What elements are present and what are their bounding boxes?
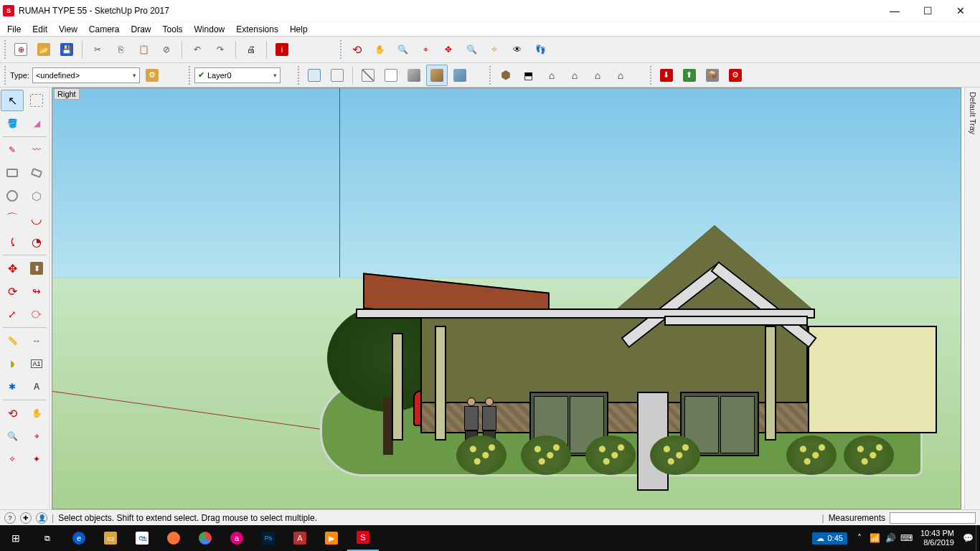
layer-dropdown[interactable]: ✔ Layer0 ▾	[194, 67, 281, 83]
dimension-tool[interactable]: ↔	[25, 330, 48, 352]
zoom-extents-button[interactable]: ✥	[438, 39, 459, 60]
warehouse-share-button[interactable]: ⬆	[679, 65, 700, 86]
look-around-button[interactable]: 👁	[507, 39, 528, 60]
style-monochrome-button[interactable]	[449, 65, 471, 86]
view-top-button[interactable]: ⬒	[518, 65, 540, 86]
axes-tool[interactable]: ✱	[1, 376, 24, 397]
toolbar-grip[interactable]	[189, 66, 192, 85]
zoom-window-button[interactable]: ⌖	[415, 39, 436, 60]
paste-button[interactable]: 📋	[133, 39, 154, 60]
warehouse-components-button[interactable]: 📦	[702, 65, 723, 86]
photoshop-taskbar-icon[interactable]: Ps	[253, 525, 284, 551]
polygon-tool[interactable]: ⬡	[25, 185, 48, 207]
mediaplayer-taskbar-icon[interactable]: ▶	[316, 525, 347, 551]
explorer-taskbar-icon[interactable]: ▭	[95, 525, 126, 551]
action-center-icon[interactable]: 💬	[960, 533, 976, 543]
start-button[interactable]: ⊞	[0, 525, 32, 551]
pan-button[interactable]: ✋	[369, 39, 390, 60]
circle-tool[interactable]	[1, 185, 24, 207]
style-wireframe-button[interactable]	[357, 65, 379, 86]
menu-extensions[interactable]: Extensions	[230, 23, 284, 36]
2point-arc-tool[interactable]: ◡	[25, 208, 48, 230]
style-xray-button[interactable]	[303, 65, 325, 86]
model-info-button[interactable]: i	[271, 39, 293, 60]
make-component-tool[interactable]	[25, 90, 48, 111]
freehand-tool[interactable]: 〰	[25, 139, 48, 161]
menu-draw[interactable]: Draw	[126, 23, 157, 36]
followme-tool[interactable]: ↬	[25, 281, 48, 302]
language-icon[interactable]: ⌨	[899, 533, 915, 543]
3point-arc-tool[interactable]: ⤹	[1, 231, 24, 253]
view-front-button[interactable]: ⌂	[541, 65, 562, 86]
warehouse-get-button[interactable]: ⬇	[656, 65, 677, 86]
arc-tool[interactable]: ⌒	[1, 208, 24, 230]
autocad-taskbar-icon[interactable]: A	[284, 525, 316, 551]
chrome-taskbar-icon[interactable]	[189, 525, 221, 551]
line-tool[interactable]: ✎	[1, 139, 24, 161]
volume-icon[interactable]: 🔊	[883, 533, 899, 543]
orbit-tool[interactable]: ⟲	[1, 402, 24, 424]
3d-text-tool[interactable]: A	[25, 376, 48, 397]
offset-tool[interactable]: ⧂	[25, 303, 48, 325]
geolocation-button[interactable]: ?	[4, 512, 16, 524]
view-back-button[interactable]: ⌂	[587, 65, 608, 86]
taskbar-clock[interactable]: 10:43 PM 8/6/2019	[915, 529, 960, 547]
move-tool[interactable]: ✥	[1, 258, 24, 279]
signin-button[interactable]: 👤	[36, 512, 47, 524]
menu-help[interactable]: Help	[284, 23, 314, 36]
pie-tool[interactable]: ◔	[25, 231, 48, 253]
measurements-input[interactable]	[890, 512, 976, 524]
pan-tool[interactable]: ✋	[25, 402, 48, 424]
erase-button[interactable]: ⊘	[156, 39, 177, 60]
zoom-button[interactable]: 🔍	[392, 39, 413, 60]
firefox-taskbar-icon[interactable]	[158, 525, 189, 551]
view-right-button[interactable]: ⌂	[564, 65, 585, 86]
task-view-button[interactable]: ⧉	[32, 525, 63, 551]
show-desktop-button[interactable]	[976, 525, 980, 551]
wifi-icon[interactable]: 📶	[867, 533, 883, 543]
section-plane-tool[interactable]: ✦	[25, 448, 48, 470]
toolbar-grip[interactable]	[650, 66, 653, 85]
menu-window[interactable]: Window	[189, 23, 231, 36]
select-tool[interactable]: ↖	[1, 90, 24, 111]
style-hiddenline-button[interactable]	[380, 65, 402, 86]
save-file-button[interactable]: 💾	[56, 39, 77, 60]
app-taskbar-icon[interactable]: a	[221, 525, 253, 551]
open-file-button[interactable]: 📂	[33, 39, 55, 60]
sketchup-taskbar-icon[interactable]: S	[347, 525, 379, 551]
copy-button[interactable]: ⎘	[110, 39, 131, 60]
view-left-button[interactable]: ⌂	[610, 65, 631, 86]
toolbar-grip[interactable]	[489, 66, 492, 85]
menu-camera[interactable]: Camera	[83, 23, 126, 36]
close-button[interactable]: ✕	[944, 0, 977, 22]
orbit-button[interactable]: ⟲	[346, 39, 367, 60]
zoom-extents-tool[interactable]: ⌖	[25, 425, 48, 447]
viewport[interactable]: Right	[52, 88, 961, 509]
undo-button[interactable]: ↶	[187, 39, 208, 60]
toolbar-grip[interactable]	[4, 66, 7, 85]
position-camera-tool[interactable]: ✧	[1, 448, 24, 470]
menu-tools[interactable]: Tools	[157, 23, 189, 36]
text-tool[interactable]: A1	[25, 353, 48, 375]
maximize-button[interactable]: ☐	[911, 0, 944, 22]
rotate-tool[interactable]: ⟳	[1, 281, 24, 302]
menu-view[interactable]: View	[53, 23, 83, 36]
previous-view-button[interactable]: 🔍	[461, 39, 482, 60]
rectangle-tool[interactable]	[1, 162, 24, 184]
tape-measure-tool[interactable]: 📏	[1, 330, 24, 352]
component-options-button[interactable]: ⚙	[141, 65, 163, 86]
toolbar-grip[interactable]	[4, 40, 7, 59]
cut-button[interactable]: ✂	[87, 39, 108, 60]
position-camera-button[interactable]: ✧	[484, 39, 505, 60]
default-tray-handle[interactable]: Default Tray	[964, 88, 980, 509]
toolbar-grip[interactable]	[340, 40, 343, 59]
edge-taskbar-icon[interactable]: e	[63, 525, 95, 551]
style-backedges-button[interactable]	[326, 65, 348, 86]
minimize-button[interactable]: ―	[878, 0, 911, 22]
store-taskbar-icon[interactable]: 🛍	[126, 525, 158, 551]
style-shaded-button[interactable]	[403, 65, 425, 86]
protractor-tool[interactable]: ◗	[1, 353, 24, 375]
menu-file[interactable]: File	[1, 23, 27, 36]
taskbar-weather[interactable]: ☁ 0:45	[812, 532, 847, 545]
walk-button[interactable]: 👣	[529, 39, 551, 60]
